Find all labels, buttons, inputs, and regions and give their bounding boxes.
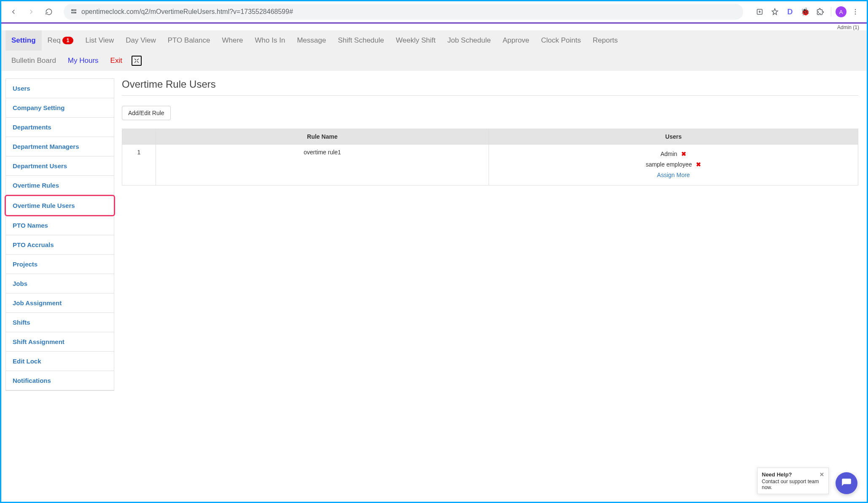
help-widget: Need Help? ✕ Contact our support team no…: [757, 468, 829, 494]
nav-approve[interactable]: Approve: [497, 30, 535, 51]
nav-setting[interactable]: Setting: [5, 30, 42, 51]
nav-bulletin-board[interactable]: Bulletin Board: [5, 51, 62, 71]
nav-message[interactable]: Message: [291, 30, 332, 51]
chat-bubble-button[interactable]: [836, 472, 857, 494]
help-widget-subtitle: Contact our support team now.: [762, 479, 824, 490]
sidebar-item-pto-names[interactable]: PTO Names: [6, 216, 114, 235]
extension-bug-icon[interactable]: 🐞: [799, 5, 812, 18]
nav-item-label: Message: [297, 36, 326, 45]
overtime-rule-users-table: Rule Name Users 1overtime rule1Admin✖sam…: [122, 129, 858, 186]
logged-in-user: Admin (1): [1, 24, 867, 30]
nav-who-is-in[interactable]: Who Is In: [249, 30, 291, 51]
nav-item-label: Where: [222, 36, 243, 45]
nav-req[interactable]: Req1: [42, 30, 80, 51]
nav-reports[interactable]: Reports: [587, 30, 624, 51]
col-rule-name: Rule Name: [156, 129, 489, 145]
bookmark-star-icon[interactable]: [769, 5, 781, 18]
assign-more-link[interactable]: Assign More: [657, 172, 690, 178]
back-icon[interactable]: [6, 5, 21, 19]
sidebar-item-shifts[interactable]: Shifts: [6, 313, 114, 332]
sidebar-item-company-setting[interactable]: Company Setting: [6, 98, 114, 118]
nav-item-label: Req: [48, 36, 61, 45]
sidebar-item-projects[interactable]: Projects: [6, 255, 114, 274]
toolbar-separator: [831, 7, 831, 16]
remove-user-icon[interactable]: ✖: [696, 161, 701, 168]
nav-item-label: Approve: [503, 36, 529, 45]
assigned-user-name: Admin: [661, 151, 677, 157]
extensions-puzzle-icon[interactable]: [814, 5, 827, 18]
col-index: [122, 129, 156, 145]
nav-exit[interactable]: Exit: [105, 51, 128, 71]
nav-item-label: List View: [85, 36, 114, 45]
top-navigation: SettingReq1List ViewDay ViewPTO BalanceW…: [1, 30, 867, 71]
fullscreen-icon[interactable]: [132, 56, 142, 66]
nav-where[interactable]: Where: [216, 30, 249, 51]
url-bar[interactable]: opentimeclock.com/q2/mOvertimeRuleUsers.…: [64, 4, 743, 20]
svg-point-2: [72, 10, 73, 10]
sidebar-item-department-managers[interactable]: Department Managers: [6, 137, 114, 156]
assigned-user: sample employee✖: [493, 159, 854, 170]
kebab-menu-icon[interactable]: [849, 5, 862, 18]
install-icon[interactable]: [753, 5, 766, 18]
help-widget-title: Need Help?: [762, 471, 792, 478]
sidebar-item-department-users[interactable]: Department Users: [6, 156, 114, 176]
nav-clock-points[interactable]: Clock Points: [535, 30, 587, 51]
assigned-user: Admin✖: [493, 149, 854, 159]
nav-item-label: PTO Balance: [168, 36, 210, 45]
nav-item-label: Clock Points: [541, 36, 581, 45]
row-users-cell: Admin✖sample employee✖Assign More: [489, 145, 858, 186]
nav-item-label: Job Schedule: [447, 36, 491, 45]
sidebar-item-overtime-rule-users[interactable]: Overtime Rule Users: [5, 195, 115, 216]
row-rule-name: overtime rule1: [156, 145, 489, 186]
nav-pto-balance[interactable]: PTO Balance: [162, 30, 216, 51]
table-row: 1overtime rule1Admin✖sample employee✖Ass…: [122, 145, 858, 186]
sidebar-item-notifications[interactable]: Notifications: [6, 371, 114, 390]
nav-list-view[interactable]: List View: [79, 30, 120, 51]
row-index: 1: [122, 145, 156, 186]
nav-item-label: Weekly Shift: [396, 36, 435, 45]
sidebar-item-departments[interactable]: Departments: [6, 118, 114, 137]
col-users: Users: [489, 129, 858, 145]
nav-item-label: Who Is In: [255, 36, 285, 45]
nav-item-label: Reports: [593, 36, 618, 45]
extension-d-icon[interactable]: D: [784, 5, 796, 18]
nav-job-schedule[interactable]: Job Schedule: [441, 30, 497, 51]
forward-icon[interactable]: [24, 5, 38, 19]
add-edit-rule-button[interactable]: Add/Edit Rule: [122, 106, 171, 120]
remove-user-icon[interactable]: ✖: [681, 151, 686, 157]
sidebar-item-jobs[interactable]: Jobs: [6, 274, 114, 293]
nav-my-hours[interactable]: My Hours: [62, 51, 105, 71]
svg-point-6: [855, 11, 856, 12]
svg-point-5: [855, 9, 856, 10]
nav-shift-schedule[interactable]: Shift Schedule: [332, 30, 390, 51]
nav-item-label: Shift Schedule: [338, 36, 384, 45]
sidebar-item-pto-accruals[interactable]: PTO Accruals: [6, 235, 114, 255]
site-info-icon[interactable]: [70, 8, 77, 16]
help-widget-close-icon[interactable]: ✕: [820, 471, 824, 478]
sidebar-item-users[interactable]: Users: [6, 79, 114, 98]
nav-badge: 1: [62, 37, 74, 44]
assigned-user-name: sample employee: [646, 161, 692, 168]
svg-point-7: [855, 13, 856, 14]
sidebar-item-edit-lock[interactable]: Edit Lock: [6, 352, 114, 371]
url-text: opentimeclock.com/q2/mOvertimeRuleUsers.…: [81, 8, 293, 16]
sidebar-item-overtime-rules[interactable]: Overtime Rules: [6, 176, 114, 195]
nav-item-label: Day View: [126, 36, 156, 45]
page-title: Overtime Rule Users: [122, 78, 858, 96]
reload-icon[interactable]: [42, 5, 56, 19]
settings-sidebar: UsersCompany SettingDepartmentsDepartmen…: [5, 78, 114, 391]
svg-point-3: [75, 12, 75, 13]
nav-weekly-shift[interactable]: Weekly Shift: [390, 30, 441, 51]
profile-avatar[interactable]: A: [836, 6, 847, 17]
nav-day-view[interactable]: Day View: [120, 30, 162, 51]
nav-item-label: Setting: [11, 36, 36, 45]
browser-toolbar: opentimeclock.com/q2/mOvertimeRuleUsers.…: [1, 1, 867, 22]
sidebar-item-job-assignment[interactable]: Job Assignment: [6, 293, 114, 313]
sidebar-item-shift-assignment[interactable]: Shift Assignment: [6, 332, 114, 352]
